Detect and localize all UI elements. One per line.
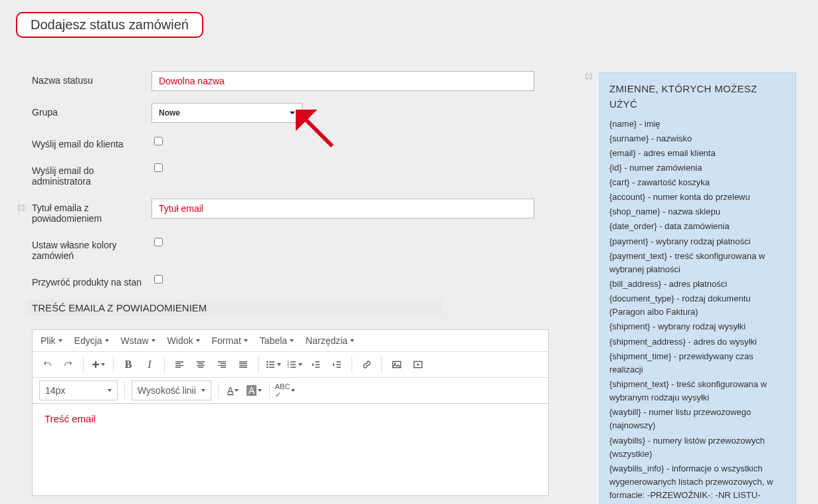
variable-entry: {shipment} - wybrany rodzaj wysyłki xyxy=(609,320,786,333)
variable-entry: {document_type} - rodzaj dokumentu (Para… xyxy=(609,292,786,319)
svg-text:3: 3 xyxy=(287,365,289,369)
text-color-button[interactable]: A xyxy=(223,380,243,400)
variable-entry: {shipment_time} - przewidywany czas real… xyxy=(609,350,786,377)
bg-color-button[interactable]: A xyxy=(245,380,264,400)
variable-entry: {date_order} - data zamówienia xyxy=(609,220,786,233)
editor-menu-widok[interactable]: Widok xyxy=(167,335,200,346)
svg-point-5 xyxy=(266,367,268,369)
bullet-list-button[interactable] xyxy=(263,355,283,375)
send-client-checkbox[interactable] xyxy=(154,137,163,145)
indent-button[interactable] xyxy=(327,355,347,375)
fontsize-value: 14px xyxy=(45,385,65,396)
align-justify-button[interactable] xyxy=(233,355,253,375)
chevron-down-icon xyxy=(290,339,294,342)
variables-hint-box: ZMIENNE, KTÓRYCH MOŻESZ UŻYĆ {name} - im… xyxy=(599,72,796,504)
redo-button[interactable] xyxy=(58,355,78,375)
custom-colors-label: Ustaw własne kolory zamówień xyxy=(32,236,152,261)
editor-menu-tabela[interactable]: Tabela xyxy=(260,335,294,346)
media-button[interactable] xyxy=(408,355,428,375)
restore-stock-checkbox[interactable] xyxy=(154,275,163,284)
globe-icon xyxy=(583,71,594,82)
lineheight-label: Wysokość linii xyxy=(138,385,196,396)
globe-icon xyxy=(16,203,27,213)
group-select-value: Nowe xyxy=(159,108,180,118)
chevron-down-icon xyxy=(105,339,109,342)
link-button[interactable] xyxy=(357,355,377,375)
editor-menu-wstaw[interactable]: Wstaw xyxy=(121,335,155,346)
editor-body[interactable]: Treść email xyxy=(33,404,548,495)
variable-entry: {cart} - zawartość koszyka xyxy=(609,176,786,189)
email-title-label: Tytuł emaila z powiadomieniem xyxy=(32,199,152,224)
chevron-down-icon xyxy=(152,339,155,342)
variable-entry: {payment_text} - treść skonfigurowana w … xyxy=(609,250,786,276)
number-list-button[interactable]: 123 xyxy=(284,355,304,375)
svg-point-3 xyxy=(266,361,268,363)
variable-entry: {waybill} - numer listu przewozowego (na… xyxy=(609,406,786,432)
insert-menu-button[interactable]: + xyxy=(88,355,108,375)
italic-button[interactable]: I xyxy=(140,355,159,375)
variable-entry: {shipment_address} - adres do wysyłki xyxy=(609,335,786,349)
variable-entry: {account} - numer konta do przelewu xyxy=(609,191,786,204)
variable-entry: {shop_name} - nazwa sklepu xyxy=(609,205,786,218)
chevron-down-icon xyxy=(58,339,62,342)
chevron-down-icon xyxy=(290,112,295,114)
variable-entry: {shipment_text} - treść skonfigurowana w… xyxy=(609,378,786,404)
editor-menu-plik[interactable]: Plik xyxy=(41,335,62,346)
status-name-input[interactable] xyxy=(152,71,534,91)
restore-stock-label: Przywróć produkty na stan xyxy=(32,273,152,288)
lineheight-select[interactable]: Wysokość linii xyxy=(132,380,211,400)
svg-point-4 xyxy=(266,364,268,366)
outdent-button[interactable] xyxy=(306,355,326,375)
send-admin-label: Wyślij email do administratora xyxy=(32,161,152,187)
custom-colors-checkbox[interactable] xyxy=(154,238,163,246)
variable-entry: {surname} - nazwisko xyxy=(609,132,786,145)
variable-entry: {email} - adres email klienta xyxy=(609,147,786,160)
spellcheck-button[interactable]: ABC✓ xyxy=(274,380,296,400)
editor-menu-edycja[interactable]: Edycja xyxy=(74,335,109,346)
group-label: Grupa xyxy=(32,103,152,118)
align-left-button[interactable] xyxy=(169,355,189,375)
rich-text-editor: PlikEdycjaWstawWidokFormatTabelaNarzędzi… xyxy=(32,329,549,496)
variable-entry: {waybills} - numery listów przewozowych … xyxy=(609,434,786,461)
chevron-down-icon xyxy=(350,339,354,342)
image-button[interactable] xyxy=(387,355,407,375)
fontsize-select[interactable]: 14px xyxy=(39,380,118,400)
email-content-section-title: TREŚĆ EMAILA Z POWIADOMIENIEM xyxy=(27,299,443,316)
align-right-button[interactable] xyxy=(212,355,232,375)
chevron-down-icon xyxy=(196,339,200,342)
editor-menu-narzędzia[interactable]: Narzędzia xyxy=(306,335,354,346)
variable-entry: {bill_address} - adres płatności xyxy=(609,278,786,291)
variables-hint-title: ZMIENNE, KTÓRYCH MOŻESZ UŻYĆ xyxy=(609,81,786,112)
status-name-label: Nazwa statusu xyxy=(32,71,152,86)
variable-entry: {name} - imię xyxy=(609,118,786,131)
align-center-button[interactable] xyxy=(191,355,211,375)
variable-entry: {waybills_info} - informacje o wszystkic… xyxy=(609,462,786,502)
send-client-label: Wyślij email do klienta xyxy=(32,135,152,149)
send-admin-checkbox[interactable] xyxy=(154,163,163,172)
undo-button[interactable] xyxy=(37,355,57,375)
chevron-down-icon xyxy=(244,339,248,342)
bold-button[interactable]: B xyxy=(118,355,138,375)
variable-entry: {payment} - wybrany rodzaj płatności xyxy=(609,235,786,248)
variable-entry: {id} - numer zamówienia xyxy=(609,161,786,175)
page-title: Dodajesz status zamówień xyxy=(16,12,203,38)
group-select[interactable]: Nowe xyxy=(152,103,302,123)
editor-menu-format[interactable]: Format xyxy=(212,335,248,346)
email-title-input[interactable] xyxy=(152,199,534,218)
